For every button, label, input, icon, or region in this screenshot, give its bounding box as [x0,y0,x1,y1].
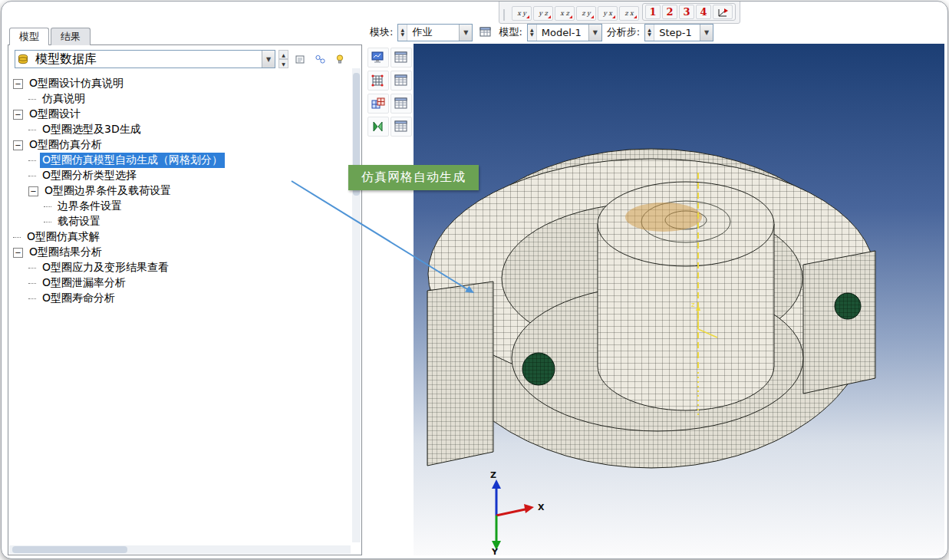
model-combobox[interactable]: ▲▼ Model-1 ▼ [527,24,602,41]
tree-item[interactable]: O型圈寿命分析 [13,291,360,306]
step-combobox[interactable]: ▲▼ Step-1 ▼ [644,24,713,41]
tree-item-label: O型圈结果分析 [27,245,104,260]
mesh-cut-face-left [427,282,493,466]
tree-item[interactable]: O型圈泄漏率分析 [13,275,360,291]
custom-views-icon[interactable] [713,5,733,19]
chevron-down-icon[interactable]: ▼ [588,25,601,41]
model-manager-icon[interactable] [477,24,494,41]
tree-item[interactable]: 边界条件设置 [13,199,360,214]
database-combobox[interactable]: 模型数据库 ▼ [15,50,275,68]
combo-spinner-icon[interactable]: ▲▼ [528,25,537,41]
chevron-down-icon[interactable]: ▼ [700,25,713,41]
axis-view-button[interactable]: y z [533,6,553,21]
collapse-icon[interactable]: − [28,186,38,196]
collapse-icon[interactable]: − [13,140,23,150]
tree-branch-tick [28,130,36,130]
collapse-icon[interactable]: − [13,79,23,89]
collapse-icon[interactable]: − [13,248,23,258]
tree-item[interactable]: −O型圈仿真分析 [13,137,360,153]
tree-item-label: O型圈设计 [27,107,83,122]
triad-label-z: Z [490,470,496,480]
table-icon[interactable] [390,94,412,114]
app-window: x yy zx zz yy xz x 1234 模块: ▲▼ 作业 ▼ 模型: … [1,1,948,559]
tree-branch-tick [28,160,36,161]
module-combobox[interactable]: ▲▼ 作业 ▼ [397,24,473,41]
tree-item-label: 边界条件设置 [55,199,124,214]
database-icon [15,51,31,67]
tree-item-label: O型圈仿真模型自动生成（网格划分） [40,153,225,168]
tree-item[interactable]: −O型圈结果分析 [13,245,360,260]
model-value: Model-1 [537,27,586,38]
saved-view-number-button[interactable]: 3 [679,5,694,19]
combo-spinner-icon[interactable]: ▲▼ [645,25,654,41]
model-tree: −O型圈设计仿真说明仿真说明−O型圈设计O型圈选型及3D生成−O型圈仿真分析O型… [13,76,360,306]
model-tree-panel: 模型 结果 模型数据库 ▼ ▲▼ [8,28,362,555]
tree-item[interactable]: O型圈分析类型选择 [13,168,360,183]
mesh-model-canvas: z Z X Y [414,44,944,555]
quality-bowtie-icon[interactable] [367,117,389,137]
table-icon[interactable] [390,48,412,68]
tab-results[interactable]: 结果 [51,28,91,45]
axis-view-button[interactable]: x z [555,6,575,21]
oring-section-right [835,293,861,319]
tree-item-label: 载荷设置 [55,214,103,229]
bulb-icon[interactable] [331,51,348,68]
module-value: 作业 [407,25,437,39]
horizontal-scrollbar[interactable] [9,545,351,554]
axis-view-button[interactable]: x y [512,6,532,21]
tree-item[interactable]: −O型圈设计 [13,107,360,122]
mesh-pair-icon[interactable] [367,94,389,114]
tree-branch-tick [13,237,21,238]
database-combo-value: 模型数据库 [31,51,101,68]
view-orientation-toolbar: x yy zx zz yy xz x 1234 [499,1,740,24]
tree-item-label: O型圈仿真求解 [25,229,102,245]
tree-item-label: 仿真说明 [40,91,87,107]
tab-model[interactable]: 模型 [9,28,49,45]
tree-branch-tick [44,222,51,222]
viewport-3d[interactable]: z Z X Y [414,44,944,555]
context-bar: 模块: ▲▼ 作业 ▼ 模型: ▲▼ Model-1 ▼ 分析步: ▲▼ Ste… [370,23,713,41]
collapse-icon[interactable]: − [13,110,23,120]
tree-item-label: O型圈分析类型选择 [40,168,139,183]
saved-views-group: 1234 [642,3,736,21]
saved-view-number-button[interactable]: 2 [662,5,677,19]
edit-icon[interactable] [292,51,308,68]
tree-item[interactable]: O型圈选型及3D生成 [13,122,360,137]
axis-view-button[interactable]: z x [619,6,639,21]
table-icon[interactable] [390,71,412,91]
toolbar-drag-handle[interactable] [503,9,507,21]
saved-view-number-button[interactable]: 4 [696,5,711,19]
table-icon[interactable] [390,117,412,137]
tree-item-label: O型圈仿真分析 [27,137,104,153]
tree-item[interactable]: −O型圈边界条件及载荷设置 [13,183,360,199]
axis-view-button[interactable]: z y [576,6,596,21]
step-label: 分析步: [607,25,640,39]
tree-item-label: O型圈设计仿真说明 [27,76,126,91]
chevron-down-icon[interactable]: ▼ [459,25,472,41]
tree-branch-tick [28,298,36,299]
view-triad: Z X Y [490,470,545,555]
tree-spinner[interactable]: ▲▼ [278,50,288,68]
tree-branch-tick [28,99,36,100]
tree-item[interactable]: O型圈仿真求解 [13,229,360,245]
tree-item[interactable]: 仿真说明 [13,91,360,107]
tree-branch-tick [28,283,36,284]
tree-item[interactable]: 载荷设置 [13,214,360,229]
combo-spinner-icon[interactable]: ▲▼ [398,25,407,41]
database-combo-row: 模型数据库 ▼ ▲▼ [15,50,357,68]
tree-branch-tick [28,268,36,268]
axis-view-button[interactable]: y x [598,6,618,21]
scrollbar-thumb[interactable] [12,546,127,553]
tree-item[interactable]: O型圈仿真模型自动生成（网格划分） [13,153,360,168]
seed-grid-icon[interactable] [367,71,389,91]
step-value: Step-1 [654,27,697,38]
mesh-tool-column [367,48,412,137]
triad-label-x: X [538,502,545,512]
highlighted-elements [625,203,702,232]
link-icon[interactable] [311,51,328,68]
tree-item[interactable]: −O型圈设计仿真说明 [13,76,360,91]
chevron-down-icon[interactable]: ▼ [262,51,275,68]
tree-item[interactable]: O型圈应力及变形结果查看 [13,260,360,275]
monitor-icon[interactable] [367,48,389,68]
saved-view-number-button[interactable]: 1 [645,5,661,19]
